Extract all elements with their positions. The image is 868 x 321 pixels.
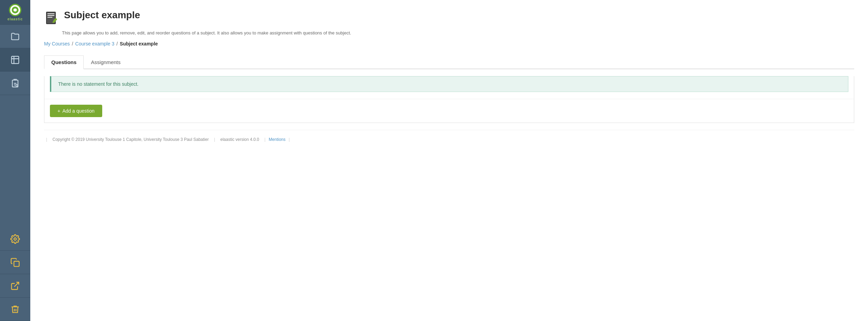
svg-point-0 (11, 6, 20, 14)
app-logo[interactable]: elaastic (0, 0, 30, 25)
page-header: Subject example (44, 10, 854, 28)
export-icon (10, 281, 20, 291)
svg-line-7 (14, 282, 19, 287)
add-question-button[interactable]: + Add a question (50, 105, 102, 117)
svg-rect-6 (14, 261, 19, 266)
footer-version: elaastic version 4.0.0 (220, 137, 259, 142)
logo-icon (9, 4, 21, 16)
page-title: Subject example (64, 10, 140, 21)
tab-assignments[interactable]: Assignments (84, 55, 128, 69)
breadcrumb-my-courses[interactable]: My Courses (44, 41, 70, 46)
button-area: + Add a question (44, 99, 854, 123)
footer-copyright: Copyright © 2019 University Toulouse 1 C… (52, 137, 209, 142)
breadcrumb-sep-1: / (72, 41, 73, 46)
gear-icon (10, 234, 20, 244)
plus-icon: + (57, 108, 60, 114)
tabs: Questions Assignments (44, 55, 854, 69)
sidebar-item-subjects[interactable] (0, 48, 30, 72)
folder-icon (10, 32, 20, 41)
sidebar: elaastic (0, 0, 30, 321)
svg-point-1 (13, 8, 17, 12)
sidebar-item-assignments[interactable] (0, 72, 30, 95)
logo-text: elaastic (8, 17, 23, 21)
page-subtitle: This page allows you to add, remove, edi… (62, 30, 854, 35)
sidebar-item-settings[interactable] (0, 227, 30, 251)
book-icon (10, 55, 20, 65)
breadcrumb-sep-2: / (116, 41, 118, 46)
sidebar-item-export[interactable] (0, 274, 30, 298)
sidebar-item-folder[interactable] (0, 25, 30, 48)
subject-icon (44, 10, 59, 28)
svg-rect-2 (12, 56, 19, 63)
sidebar-item-delete[interactable] (0, 298, 30, 321)
breadcrumb-course[interactable]: Course example 3 (75, 41, 115, 46)
footer: | Copyright © 2019 University Toulouse 1… (44, 130, 854, 145)
page-header-text: Subject example (64, 10, 140, 21)
trash-icon (10, 304, 20, 314)
breadcrumb: My Courses / Course example 3 / Subject … (44, 41, 854, 46)
copy-icon (10, 258, 20, 267)
sidebar-item-copy[interactable] (0, 251, 30, 274)
svg-point-5 (14, 238, 17, 240)
empty-state-message: There is no statement for this subject. (50, 76, 848, 92)
tab-content: There is no statement for this subject. … (44, 76, 854, 123)
breadcrumb-current: Subject example (120, 41, 158, 46)
footer-mentions[interactable]: Mentions (269, 137, 286, 142)
clipboard-icon (10, 79, 20, 88)
tab-questions[interactable]: Questions (44, 55, 84, 69)
main-content: Subject example This page allows you to … (30, 0, 868, 321)
sidebar-bottom (0, 227, 30, 321)
